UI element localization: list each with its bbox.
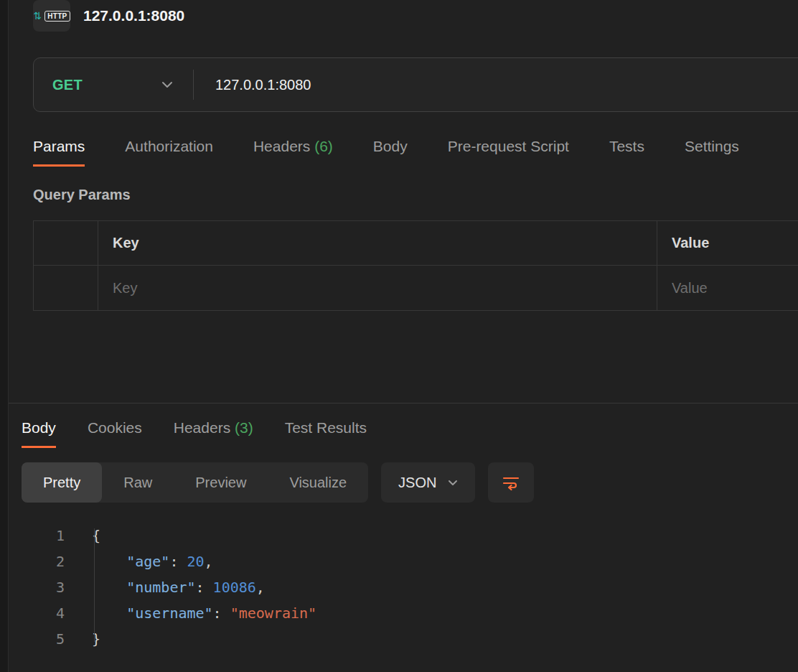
code-line: 3 "number": 10086,: [22, 574, 798, 600]
tab-label: Pre-request Script: [448, 138, 569, 154]
format-select[interactable]: JSON: [381, 462, 475, 503]
chevron-down-icon: [161, 81, 173, 88]
code-lines: 1{2 "age": 20,3 "number": 10086,4 "usern…: [22, 523, 798, 652]
request-title: 127.0.0.1:8080: [83, 7, 184, 24]
tab-count: (3): [230, 419, 253, 436]
app-window: ⇅ HTTP 127.0.0.1:8080 GET ParamsAuthoriz…: [9, 0, 798, 672]
line-number: 1: [22, 527, 65, 544]
code-text: "age": 20,: [65, 553, 213, 570]
method-label: GET: [52, 77, 83, 93]
wrap-lines-icon: [502, 474, 520, 491]
line-number: 2: [22, 553, 65, 570]
tab-label: Settings: [685, 138, 739, 154]
tab-authorization[interactable]: Authorization: [125, 138, 213, 167]
chevron-down-icon: [448, 480, 458, 486]
tab-body[interactable]: Body: [373, 138, 408, 167]
request-url-bar: GET: [33, 57, 798, 112]
tab-test-results[interactable]: Test Results: [285, 419, 367, 448]
code-line: 1{: [22, 523, 798, 549]
http-arrows-icon: ⇅: [33, 11, 42, 21]
format-label: JSON: [398, 475, 436, 491]
table-header-key: Key: [98, 221, 657, 266]
tab-params[interactable]: Params: [33, 138, 85, 167]
tab-label: Body: [22, 419, 56, 436]
tab-label: Tests: [609, 138, 644, 154]
http-request-icon: ⇅ HTTP: [33, 0, 70, 32]
line-number: 3: [22, 579, 65, 596]
url-input[interactable]: [194, 77, 798, 93]
code-text: {: [65, 527, 100, 544]
response-body-viewer: 1{2 "age": 20,3 "number": 10086,4 "usern…: [22, 523, 798, 652]
pane-edge: [0, 0, 9, 672]
view-visualize[interactable]: Visualize: [268, 462, 368, 503]
tab-cookies[interactable]: Cookies: [88, 419, 142, 448]
param-value-input[interactable]: [657, 280, 798, 297]
param-key-cell: [98, 266, 657, 310]
response-tabs: BodyCookiesHeaders (3)Test Results: [22, 419, 798, 448]
tab-tests[interactable]: Tests: [609, 138, 644, 167]
view-pretty[interactable]: Pretty: [22, 462, 102, 503]
wrap-button[interactable]: [488, 462, 534, 503]
request-tabs: ParamsAuthorizationHeaders (6)BodyPre-re…: [33, 138, 798, 167]
request-pane: ⇅ HTTP 127.0.0.1:8080 GET ParamsAuthoriz…: [9, 0, 798, 403]
query-params-heading: Query Params: [33, 187, 798, 203]
tab-label: Params: [33, 138, 85, 154]
view-raw[interactable]: Raw: [102, 462, 174, 503]
tab-headers[interactable]: Headers (6): [253, 138, 333, 167]
tab-label: Headers: [253, 138, 310, 154]
tab-count: (6): [310, 138, 333, 154]
code-line: 2 "age": 20,: [22, 549, 798, 574]
line-number: 4: [22, 605, 65, 622]
view-mode-switcher: PrettyRawPreviewVisualize: [22, 462, 368, 503]
line-number: 5: [22, 630, 65, 648]
table-header-value: Value: [657, 221, 798, 266]
tab-label: Headers: [174, 419, 230, 436]
code-text: "username": "meowrain": [65, 605, 316, 622]
request-header: ⇅ HTTP 127.0.0.1:8080: [33, 0, 798, 32]
param-row-select-cell: [34, 266, 98, 310]
response-toolbar: PrettyRawPreviewVisualize JSON: [22, 462, 798, 503]
tab-settings[interactable]: Settings: [685, 138, 739, 167]
tab-label: Authorization: [125, 138, 213, 154]
code-text: }: [65, 630, 100, 648]
param-value-cell: [657, 266, 798, 310]
table-header-select: [34, 221, 98, 266]
query-params-table: Key Value: [33, 220, 798, 311]
code-line: 5}: [22, 626, 798, 652]
indent-guide: [94, 528, 95, 642]
method-select[interactable]: GET: [34, 77, 193, 93]
tab-headers[interactable]: Headers (3): [174, 419, 253, 448]
response-pane: BodyCookiesHeaders (3)Test Results Prett…: [9, 403, 798, 672]
view-preview[interactable]: Preview: [174, 462, 268, 503]
tab-label: Test Results: [285, 419, 367, 436]
param-key-input[interactable]: [98, 280, 657, 297]
tab-label: Body: [373, 138, 408, 154]
tab-label: Cookies: [88, 419, 142, 436]
tab-pre-request-script[interactable]: Pre-request Script: [448, 138, 569, 167]
code-line: 4 "username": "meowrain": [22, 600, 798, 626]
http-badge-label: HTTP: [44, 11, 70, 22]
tab-body[interactable]: Body: [22, 419, 56, 448]
